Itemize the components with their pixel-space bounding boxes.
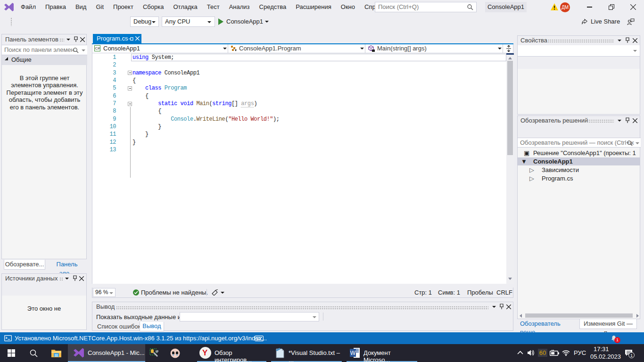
svg-text:W: W	[350, 350, 356, 356]
